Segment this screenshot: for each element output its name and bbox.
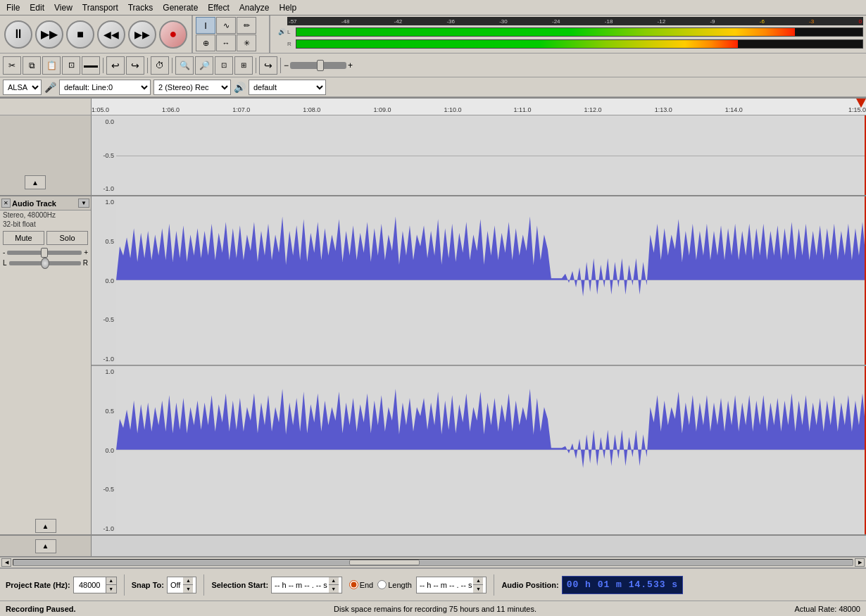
length-radio-label[interactable]: Length <box>377 580 412 589</box>
top-track-panel: ▲ <box>0 115 92 195</box>
track-close-button[interactable]: ✕ <box>1 199 11 208</box>
tools-toolbar: I ∿ ✏ ⊕ ↔ ✳ <box>193 15 270 53</box>
waveform-area[interactable]: 1.0 0.5 0.0 -0.5 -1.0 <box>92 196 866 534</box>
menu-file[interactable]: File <box>1 1 25 14</box>
rate-down-button[interactable]: ▼ <box>106 585 116 593</box>
sel-end-value: -- h -- m -- . -- s <box>420 581 472 589</box>
stop-button[interactable]: ■ <box>66 20 94 49</box>
transport-toolbar: ⏸ ▶▶ ■ ◀◀ ▶▶ ● <box>0 15 193 53</box>
pause-button[interactable]: ⏸ <box>4 20 32 49</box>
rewind-button[interactable]: ▶▶ <box>35 20 63 49</box>
gain-slider-toolbar[interactable] <box>290 62 346 69</box>
gain-plus: + <box>84 249 88 256</box>
scroll-thumb[interactable] <box>349 560 420 565</box>
menu-tracks[interactable]: Tracks <box>123 1 158 14</box>
tool-envelope[interactable]: ∿ <box>216 17 236 34</box>
trim-button[interactable]: ⊡ <box>62 56 80 75</box>
skip-back-button[interactable]: ◀◀ <box>97 20 125 49</box>
menu-help[interactable]: Help <box>275 1 302 14</box>
ruler-mark-0: 1:05.0 <box>92 106 109 113</box>
top-track-waveform[interactable]: 0.0 -0.5 -1.0 <box>92 115 866 195</box>
tool-zoom[interactable]: ⊕ <box>196 34 215 51</box>
sel-start-down[interactable]: ▼ <box>329 585 339 593</box>
skip-fwd-button[interactable]: ▶▶ <box>128 20 156 49</box>
tool-select[interactable]: I <box>196 17 215 34</box>
channels-select[interactable]: 2 (Stereo) Rec <box>153 80 231 95</box>
gain-plus-label: + <box>348 61 353 70</box>
redo2-button[interactable]: ↪ <box>259 56 277 75</box>
snap-down[interactable]: ▼ <box>183 585 193 593</box>
silence-button[interactable]: ▬▬ <box>82 56 100 75</box>
sync-button[interactable]: ⏱ <box>151 56 169 75</box>
selection-start-label: Selection Start: <box>211 581 268 589</box>
menu-effect[interactable]: Effect <box>203 1 234 14</box>
sel-end-up[interactable]: ▲ <box>473 577 483 585</box>
solo-button[interactable]: Solo <box>46 231 88 245</box>
selection-start-section: Selection Start: -- h -- m -- . -- s ▲ ▼ <box>211 577 341 593</box>
gain-slider[interactable] <box>7 251 82 255</box>
paste-button[interactable]: 📋 <box>42 56 61 75</box>
audio-pos-display[interactable]: 00 h 01 m 14.533 s <box>562 576 683 594</box>
vu-l-bar <box>296 27 863 37</box>
menu-analyze[interactable]: Analyze <box>234 1 275 14</box>
track-name-label: Audio Track <box>12 199 77 208</box>
tool-timeshift[interactable]: ↔ <box>216 34 236 51</box>
menu-bar: File Edit View Transport Tracks Generate… <box>0 0 866 15</box>
project-rate-label: Project Rate (Hz): <box>6 581 70 589</box>
scroll-left-button[interactable]: ◀ <box>1 558 11 567</box>
end-length-section: End Length -- h -- m -- . -- s ▲ ▼ <box>349 577 487 593</box>
track-info-bitdepth: 32-bit float <box>0 220 91 229</box>
ruler-mark-9: 1:14.0 <box>725 106 743 113</box>
tool-draw[interactable]: ✏ <box>237 17 256 34</box>
host-select[interactable]: ALSA <box>3 80 42 95</box>
mute-button[interactable]: Mute <box>3 231 44 245</box>
snap-section: Snap To: Off ▲ ▼ <box>132 577 197 593</box>
audio-position-section: Audio Position: 00 h 01 m 14.533 s <box>501 576 683 594</box>
snap-up[interactable]: ▲ <box>183 577 193 585</box>
selection-start-input[interactable]: -- h -- m -- . -- s ▲ ▼ <box>271 577 342 593</box>
cut-button[interactable]: ✂ <box>3 56 21 75</box>
end-radio[interactable] <box>349 580 358 589</box>
undo-button[interactable]: ↩ <box>106 56 125 75</box>
rate-up-button[interactable]: ▲ <box>106 577 116 585</box>
top-track-collapse-btn[interactable]: ▲ <box>25 175 46 189</box>
length-radio[interactable] <box>377 580 387 589</box>
audio-pos-label: Audio Position: <box>501 581 558 589</box>
menu-generate[interactable]: Generate <box>158 1 203 14</box>
vu-r-label: R <box>287 41 294 47</box>
scroll-right-button[interactable]: ▶ <box>855 558 865 567</box>
zoom-fit-button[interactable]: ⊡ <box>215 56 233 75</box>
track-collapse-button[interactable]: ▲ <box>35 519 56 533</box>
waveform-svg-ch1 <box>116 196 866 365</box>
sel-start-value: -- h -- m -- . -- s <box>275 581 327 589</box>
ruler-mark-1: 1:06.0 <box>162 106 180 113</box>
record-button[interactable]: ● <box>159 20 187 49</box>
pan-slider[interactable] <box>9 261 81 265</box>
zoom-sel-button[interactable]: ⊞ <box>234 56 253 75</box>
track-menu-button[interactable]: ▼ <box>78 199 89 208</box>
channel2-waveform[interactable]: 1.0 0.5 0.0 -0.5 -1.0 <box>92 366 866 534</box>
menu-view[interactable]: View <box>49 1 77 14</box>
gain-minus-label: − <box>284 61 289 70</box>
copy-button[interactable]: ⧉ <box>23 56 41 75</box>
zoom-in-button[interactable]: 🔍 <box>175 56 194 75</box>
channel1-waveform[interactable]: 1.0 0.5 0.0 -0.5 -1.0 <box>92 196 866 366</box>
input-select[interactable]: default: Line:0 <box>59 80 151 95</box>
zoom-out-button[interactable]: 🔎 <box>195 56 213 75</box>
output-select[interactable]: default <box>249 80 326 95</box>
sel-end-down[interactable]: ▼ <box>473 585 483 593</box>
redo-button[interactable]: ↪ <box>126 56 144 75</box>
sel-start-up[interactable]: ▲ <box>329 577 339 585</box>
menu-transport[interactable]: Transport <box>77 1 123 14</box>
menu-edit[interactable]: Edit <box>25 1 49 14</box>
recording-paused-label: Recording Paused. <box>6 605 76 613</box>
tool-multi[interactable]: ✳ <box>237 34 256 51</box>
ruler-mark-5: 1:10.0 <box>444 106 462 113</box>
sel-end-input[interactable]: -- h -- m -- . -- s ▲ ▼ <box>416 577 487 593</box>
scroll-track[interactable] <box>13 559 853 566</box>
project-rate-input[interactable]: 48000 ▲ ▼ <box>73 577 117 593</box>
end-radio-label[interactable]: End <box>349 580 374 589</box>
snap-select[interactable]: Off ▲ ▼ <box>167 577 196 593</box>
bottom-track-collapse[interactable]: ▲ <box>35 539 56 553</box>
project-rate-value: 48000 <box>74 581 106 589</box>
